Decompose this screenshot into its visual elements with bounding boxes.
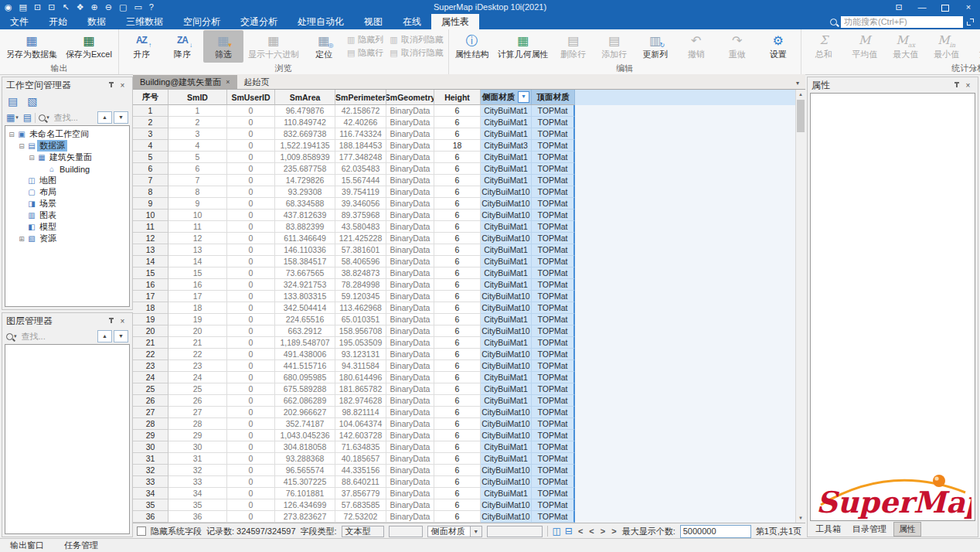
table-cell[interactable]: 142.603728 <box>335 430 386 441</box>
table-cell[interactable]: 98.821114 <box>335 407 386 418</box>
table-cell[interactable]: 0 <box>227 441 275 453</box>
table-cell[interactable]: 0 <box>227 233 275 244</box>
table-cell[interactable]: 6 <box>434 430 481 441</box>
table-cell[interactable]: 680.095985 <box>275 372 335 383</box>
table-cell[interactable]: 71.634835 <box>335 441 386 453</box>
table-cell[interactable]: 6 <box>434 302 481 314</box>
table-cell[interactable]: 0 <box>227 117 275 128</box>
collapse-ribbon-icon[interactable]: ∧ <box>971 65 977 73</box>
table-cell[interactable]: CityBuiMat10 <box>481 360 532 372</box>
table-cell[interactable]: 15 <box>168 267 227 279</box>
table-cell[interactable]: 0 <box>227 314 275 325</box>
table-cell[interactable]: CityBuiMat1 <box>481 244 532 256</box>
table-cell[interactable]: CityBuiMat10 <box>481 511 532 523</box>
table-cell[interactable]: 180.614496 <box>335 372 386 383</box>
workspace-view-icon[interactable]: ▤ <box>8 95 18 107</box>
table-cell[interactable]: CityBuiMat1 <box>481 441 532 453</box>
table-cell[interactable]: CityBuiMat10 <box>481 325 532 337</box>
tree-item-地图[interactable]: ◫地图 <box>6 175 128 186</box>
menu-tab-属性表[interactable]: 属性表 <box>431 14 479 29</box>
table-cell[interactable]: 29 <box>168 430 227 441</box>
table-cell[interactable]: 0 <box>227 325 275 337</box>
table-cell[interactable]: BinaryData <box>386 221 434 233</box>
row-number-cell[interactable]: 35 <box>133 499 168 511</box>
table-cell[interactable]: 93.288368 <box>275 453 335 465</box>
table-cell[interactable]: 6 <box>434 511 481 523</box>
table-cell[interactable]: BinaryData <box>386 383 434 395</box>
menu-tab-文件[interactable]: 文件 <box>0 14 39 29</box>
row-number-cell[interactable]: 7 <box>133 175 168 186</box>
function-search-input[interactable] <box>841 16 963 28</box>
table-cell[interactable]: CityBuiMat1 <box>481 395 532 407</box>
filter-dropdown-icon[interactable]: ▼ <box>518 91 529 103</box>
table-cell[interactable]: BinaryData <box>386 325 434 337</box>
row-number-cell[interactable]: 4 <box>133 140 168 152</box>
table-cell[interactable]: 37.856779 <box>335 488 386 499</box>
table-cell[interactable]: 76.101881 <box>275 488 335 499</box>
table-cell[interactable]: 6 <box>434 325 481 337</box>
table-cell[interactable]: CityBuiMat10 <box>481 302 532 314</box>
tree-item-未命名工作空间[interactable]: ⊟▣未命名工作空间 <box>6 128 128 140</box>
open-datasource-button[interactable]: ▦▾ <box>6 112 19 123</box>
table-cell[interactable]: 88.640211 <box>335 476 386 488</box>
table-cell[interactable]: 6 <box>434 221 481 233</box>
layer-search-input[interactable] <box>20 331 94 342</box>
table-cell[interactable]: 6 <box>434 465 481 476</box>
table-cell[interactable]: 6 <box>434 267 481 279</box>
table-cell[interactable]: 133.803315 <box>275 291 335 302</box>
table-cell[interactable]: 40.185657 <box>335 453 386 465</box>
table-cell[interactable]: 224.65516 <box>275 314 335 325</box>
table-cell[interactable]: TOPMat <box>532 407 575 418</box>
table-cell[interactable]: BinaryData <box>386 465 434 476</box>
layers-view-icon[interactable]: ▧ <box>27 95 37 107</box>
table-cell[interactable]: 0 <box>227 140 275 152</box>
row-number-cell[interactable]: 22 <box>133 349 168 360</box>
menu-tab-视图[interactable]: 视图 <box>354 14 393 29</box>
horizontal-view-icon[interactable]: ⊟ <box>565 526 573 537</box>
table-cell[interactable]: 0 <box>227 198 275 210</box>
table-cell[interactable]: BinaryData <box>386 117 434 128</box>
table-cell[interactable]: CityBuiMat1 <box>481 488 532 499</box>
table-cell[interactable]: 0 <box>227 267 275 279</box>
table-cell[interactable]: 14 <box>168 256 227 267</box>
table-cell[interactable]: 62.035483 <box>335 163 386 175</box>
table-cell[interactable]: BinaryData <box>386 256 434 267</box>
table-cell[interactable]: CityBuiMat10 <box>481 291 532 302</box>
table-cell[interactable]: 6 <box>434 198 481 210</box>
chevron-down-icon[interactable]: ▼ <box>470 526 481 537</box>
table-cell[interactable]: 6 <box>434 488 481 499</box>
minimize-button[interactable]: — <box>910 0 934 14</box>
table-cell[interactable]: 0 <box>227 418 275 430</box>
ribbon-button-保存为Excel[interactable]: ▦保存为Excel <box>62 30 116 63</box>
table-cell[interactable]: 1,189.548707 <box>275 337 335 349</box>
menu-tab-在线[interactable]: 在线 <box>393 14 431 29</box>
table-cell[interactable]: CityBuiMat1 <box>481 279 532 291</box>
table-cell[interactable]: 0 <box>227 152 275 163</box>
table-cell[interactable]: BinaryData <box>386 267 434 279</box>
table-cell[interactable]: 20 <box>168 325 227 337</box>
pan-icon[interactable]: ❖ <box>77 0 84 14</box>
ribbon-button-筛选[interactable]: ▦▼筛选 <box>203 30 243 63</box>
table-cell[interactable]: TOPMat <box>532 476 575 488</box>
row-number-cell[interactable]: 26 <box>133 395 168 407</box>
menu-tab-开始[interactable]: 开始 <box>39 14 77 29</box>
table-cell[interactable]: TOPMat <box>532 256 575 267</box>
tree-expander[interactable]: ⊟ <box>17 142 26 150</box>
table-cell[interactable]: TOPMat <box>532 233 575 244</box>
ribbon-button-降序[interactable]: ZA↓降序 <box>162 30 202 63</box>
row-number-cell[interactable]: 3 <box>133 128 168 140</box>
table-cell[interactable]: 6 <box>434 453 481 465</box>
vertical-scrollbar[interactable]: ▲ ▼ <box>795 90 805 523</box>
table-cell[interactable]: 57.683585 <box>335 499 386 511</box>
table-cell[interactable]: 6 <box>434 418 481 430</box>
table-cell[interactable]: 6 <box>434 407 481 418</box>
table-cell[interactable]: 39.754119 <box>335 186 386 198</box>
float-window-icon[interactable]: ⊡ <box>887 0 910 14</box>
table-cell[interactable]: 0 <box>227 221 275 233</box>
table-cell[interactable]: 8 <box>168 186 227 198</box>
help-icon[interactable]: ? <box>149 0 154 14</box>
table-cell[interactable]: 304.818058 <box>275 441 335 453</box>
table-cell[interactable]: TOPMat <box>532 430 575 441</box>
table-cell[interactable]: 38.824873 <box>335 267 386 279</box>
table-cell[interactable]: 96.479876 <box>275 105 335 117</box>
